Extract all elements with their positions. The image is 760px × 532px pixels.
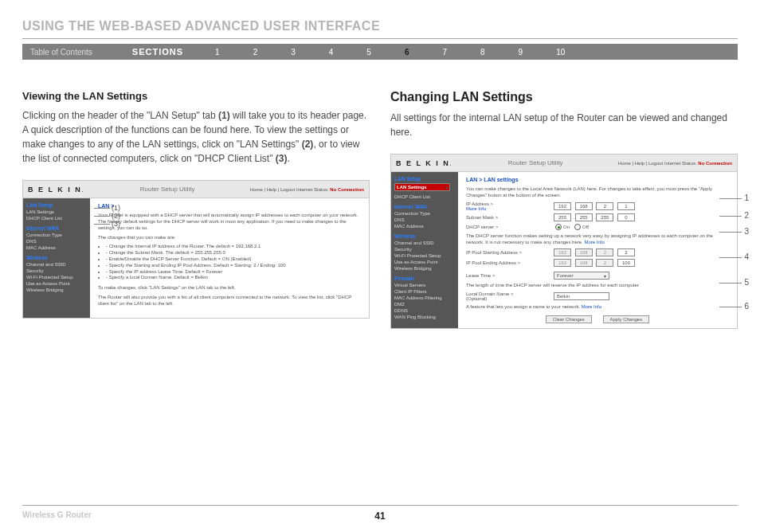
brand-logo: B E L K I N. [396,159,453,167]
sidenav-dhcp-client-list[interactable]: DHCP Client List [26,216,87,221]
section-8[interactable]: 8 [480,48,485,57]
start-4[interactable]: 2 [617,248,635,256]
section-10[interactable]: 10 [556,48,565,57]
apply-changes-button[interactable]: Apply Changes [603,315,650,323]
sidenav-lan-settings[interactable]: LAN Settings [26,209,87,214]
ip-octet-3[interactable]: 2 [596,202,613,210]
row-pool-end: IP Pool Ending Address > 192. 168. 2. 10… [466,259,729,267]
sidenav-internet-wan[interactable]: Internet WAN [394,204,455,209]
domain-input[interactable]: Belkin [554,292,609,300]
sidenav-mac[interactable]: MAC Address [394,224,455,229]
ip-octet-2[interactable]: 168 [575,202,593,210]
right-body: All settings for the internal LAN setup … [390,111,738,139]
sidenav-lan-setup[interactable]: LAN Setup [26,202,87,208]
lease-select[interactable]: Forever [554,272,609,280]
row-pool-start: IP Pool Starting Address > 192. 168. 2. … [466,248,729,256]
more-info-link[interactable]: More Info [584,240,604,244]
screenshot-lan-settings: B E L K I N. Router Setup Utility Home |… [390,154,738,329]
panel1-p2: The changes that you can make are: [98,234,361,241]
more-info-link[interactable]: More Info [582,304,601,309]
utility-links[interactable]: Home | Help | Logout Internet Status: No… [250,187,364,192]
sidenav-ddns[interactable]: DDNS [394,308,455,313]
dhcp-off-radio[interactable] [574,224,581,230]
right-heading: Changing LAN Settings [390,90,738,104]
callout-r1: 1 [719,194,749,202]
section-6-current[interactable]: 6 [405,48,409,57]
section-5[interactable]: 5 [366,48,371,57]
sidenav-lan-setup[interactable]: LAN Setup [394,176,455,182]
sidenav-connection-type[interactable]: Connection Type [26,233,87,237]
left-body: Clicking on the header of the "LAN Setup… [22,108,370,166]
section-2[interactable]: 2 [253,48,258,57]
sections-navbar: Table of Contents SECTIONS 1 2 3 4 5 6 7… [22,44,738,60]
sections-label: SECTIONS [132,47,183,57]
toc-link[interactable]: Table of Contents [30,48,92,57]
sidenav-wireless[interactable]: Wireless [394,233,455,239]
end-4[interactable]: 100 [617,259,635,267]
dhcp-note: The DHCP server function makes setting u… [466,233,729,245]
sidenav-virtual-servers[interactable]: Virtual Servers [394,283,455,288]
start-3: 2 [596,248,613,256]
pool-start-label: IP Pool Starting Address > [466,250,554,255]
pool-end-label: IP Pool Ending Address > [466,260,554,265]
section-9[interactable]: 9 [519,48,523,57]
section-1[interactable]: 1 [215,48,220,57]
sidenav-mac-filtering[interactable]: MAC Address Filtering [394,295,455,300]
section-3[interactable]: 3 [291,48,296,57]
sidenav-security[interactable]: Security [26,268,87,273]
row-lease: Lease Time > Forever [466,272,729,280]
dhcp-on-radio[interactable] [555,224,562,230]
ip-octet-4[interactable]: 1 [617,202,635,210]
ip-octet-1[interactable]: 192 [554,202,571,210]
dhcp-off-label: Off [582,225,589,229]
dhcp-on-label: On [563,225,570,229]
sidenav-wps[interactable]: Wi-Fi Protected Setup [394,253,455,258]
callout-3: (3) [94,220,120,228]
sidenav-use-ap[interactable]: Use as Access Point [26,281,87,286]
sidenav-client-ip-filters[interactable]: Client IP Filters [394,289,455,294]
sidenav-firewall[interactable]: Firewall [394,276,455,281]
panel1-p3: To make changes, click "LAN Settings" on… [98,284,361,291]
divider [22,38,738,39]
sidenav-lan-settings-selected[interactable]: LAN Settings [394,183,450,191]
subnet-2[interactable]: 255 [575,213,593,221]
sidenav-wan-ping[interactable]: WAN Ping Blocking [394,315,455,319]
router-sidenav: LAN Setup LAN Settings DHCP Client List … [391,172,458,328]
sidenav-security[interactable]: Security [394,247,455,252]
domain-optional: (Optional) [466,296,487,301]
sidenav-dmz[interactable]: DMZ [394,302,455,307]
sidenav-wireless[interactable]: Wireless [26,255,87,260]
more-info-link[interactable]: More Info [466,206,486,211]
router-sidenav: LAN Setup LAN Settings DHCP Client List … [23,198,90,318]
utility-links[interactable]: Home | Help | Logout Internet Status: No… [618,161,732,166]
sidenav-channel-ssid[interactable]: Channel and SSID [26,262,87,267]
page-number: 41 [374,510,385,522]
sidenav-use-ap[interactable]: Use as Access Point [394,260,455,264]
sidenav-mac[interactable]: MAC Address [26,245,87,250]
sidenav-dns[interactable]: DNS [26,239,87,244]
intro-text: You can make changes to the Local Area N… [466,186,729,198]
sidenav-internet-wan[interactable]: Internet WAN [26,225,87,231]
subnet-1[interactable]: 255 [554,213,571,221]
start-2: 168 [575,248,593,256]
sidenav-wps[interactable]: Wi-Fi Protected Setup [26,275,87,280]
clear-changes-button[interactable]: Clear Changes [546,315,592,323]
section-7[interactable]: 7 [442,48,447,57]
callout-2: (2) [94,212,120,220]
sidenav-wbridging[interactable]: Wireless Bridging [26,288,87,292]
subnet-3[interactable]: 255 [596,213,613,221]
section-numbers: 1 2 3 4 5 6 7 8 9 10 [215,48,565,57]
lease-label: Lease Time > [466,273,554,278]
section-4[interactable]: 4 [329,48,334,57]
end-3: 2 [596,259,613,267]
lease-note: The length of time the DHCP server will … [466,282,729,288]
callout-1: (1) [94,204,120,212]
subnet-4[interactable]: 0 [617,213,635,221]
sidenav-wbridging[interactable]: Wireless Bridging [394,266,455,271]
sidenav-channel-ssid[interactable]: Channel and SSID [394,241,455,245]
sidenav-dns[interactable]: DNS [394,217,455,222]
sidenav-dhcp-client-list[interactable]: DHCP Client List [394,194,455,199]
page-title: USING THE WEB-BASED ADVANCED USER INTERF… [22,19,738,33]
page-footer: Wireless G Router 41 [22,505,738,519]
sidenav-connection-type[interactable]: Connection Type [394,211,455,216]
